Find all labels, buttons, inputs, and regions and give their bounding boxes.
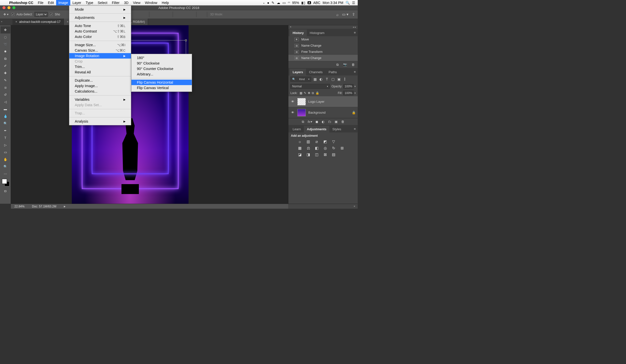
document-tab[interactable]: ×abstract-backlit-conceptual-17 — [12, 19, 64, 25]
layer-name[interactable]: Logo Layer — [308, 100, 324, 103]
move-tool[interactable]: ✥ — [0, 26, 10, 33]
tab-pull-icon[interactable]: » — [1, 20, 2, 23]
circle-status-icon[interactable]: ● — [267, 1, 269, 5]
search-icon[interactable]: ⌕ — [336, 12, 339, 17]
auto-select-dropdown[interactable]: Layer — [35, 12, 48, 17]
distribute-h-icon[interactable] — [176, 12, 180, 17]
zoom-tool[interactable]: 🔍 — [0, 163, 10, 170]
share-icon[interactable]: ⇪ — [352, 12, 355, 17]
menu-edit[interactable]: Edit — [46, 0, 56, 5]
zoom-percent[interactable]: 22.84% — [14, 205, 25, 208]
layer-mask-icon[interactable]: ◼ — [315, 120, 318, 124]
tab-history[interactable]: History — [290, 30, 307, 36]
lasso-tool[interactable]: ➰ — [0, 41, 10, 48]
submenu-item[interactable]: 90° Clockwise — [131, 61, 192, 66]
submenu-item[interactable]: Flip Canvas Horizontal — [131, 80, 192, 85]
tab-layers[interactable]: Layers — [290, 69, 306, 75]
menu-view[interactable]: View — [131, 0, 143, 5]
menu-item[interactable]: Apply Image... — [69, 83, 131, 89]
blur-tool[interactable]: 💧 — [0, 113, 10, 120]
tab-paths[interactable]: Paths — [326, 69, 340, 75]
adj-brightness-icon[interactable]: ☼ — [297, 139, 302, 144]
tab-adjustments[interactable]: Adjustments — [304, 126, 329, 132]
history-item[interactable]: ✥Move — [288, 36, 358, 42]
history-item[interactable]: ▤Name Change — [288, 42, 358, 49]
menu-help[interactable]: Help — [159, 0, 171, 5]
panel-menu-icon[interactable]: ≡ — [354, 31, 356, 34]
layer-name[interactable]: Background — [308, 111, 325, 114]
submenu-item[interactable]: Arbitrary... — [131, 71, 192, 77]
quick-select-tool[interactable]: ✸ — [0, 48, 10, 55]
brush-tool[interactable]: ✎ — [0, 77, 10, 84]
menu-type[interactable]: Type — [83, 0, 95, 5]
adj-lookup-icon[interactable]: ⊞ — [340, 146, 345, 150]
adj-invert-icon[interactable]: ◪ — [297, 152, 302, 157]
new-layer-icon[interactable]: ▣ — [335, 120, 338, 124]
adj-mixer-icon[interactable]: ↻ — [331, 146, 336, 150]
clone-stamp-tool[interactable]: ⧇ — [0, 84, 10, 91]
clock[interactable]: Mon 3:34 PM — [323, 1, 343, 5]
align-hcenter-icon[interactable] — [159, 12, 163, 17]
edit-toolbar[interactable]: ⋯ — [0, 170, 10, 177]
history-item[interactable]: ▤Free Transform — [288, 49, 358, 55]
filter-pixel-icon[interactable]: ▦ — [313, 77, 317, 81]
align-left-icon[interactable] — [152, 12, 157, 17]
menu-item[interactable]: Auto Contrast⌥⇧⌘L — [69, 29, 131, 34]
battery-icon[interactable]: ▮▯ — [301, 1, 305, 5]
minimize-window-button[interactable] — [7, 6, 10, 9]
tab-histogram[interactable]: Histogram — [307, 30, 327, 36]
layer-filter-kind[interactable]: 🔍Kind▾ — [290, 77, 311, 82]
fill-value[interactable]: 100% — [343, 91, 353, 95]
input-source-label[interactable]: ABC — [313, 1, 320, 5]
tab-channels[interactable]: Channels — [306, 69, 326, 75]
zoom-3d-icon[interactable] — [251, 12, 255, 17]
tab-learn[interactable]: Learn — [290, 126, 304, 132]
layer-fx-icon[interactable]: fx▾ — [308, 120, 312, 124]
adj-threshold-icon[interactable]: ◫ — [314, 152, 319, 157]
cloud-icon[interactable]: ☁ — [277, 1, 280, 5]
color-swatches[interactable] — [0, 177, 10, 187]
path-select-tool[interactable]: ▷ — [0, 141, 10, 149]
feather-icon[interactable]: ✎ — [272, 1, 274, 5]
battery-percent[interactable]: 95% — [292, 1, 299, 5]
menu-window[interactable]: Window — [143, 0, 159, 5]
filter-smart-icon[interactable]: ▣ — [337, 77, 341, 81]
filter-type-icon[interactable]: T — [325, 77, 329, 81]
panel-grip-icon[interactable]: ◂◂ — [353, 26, 356, 28]
menu-3d[interactable]: 3D — [122, 0, 131, 5]
marquee-tool[interactable]: ◌ — [0, 33, 10, 41]
menu-file[interactable]: File — [36, 0, 46, 5]
create-doc-from-state-icon[interactable]: ⧉ — [336, 63, 339, 67]
menu-image[interactable]: Image — [56, 0, 70, 5]
distribute-v-icon[interactable] — [182, 12, 187, 17]
layer-visibility-icon[interactable]: 👁 — [290, 100, 295, 103]
auto-align-icon[interactable] — [199, 12, 204, 17]
adj-gradient-map-icon[interactable]: ▤ — [331, 152, 336, 157]
menu-filter[interactable]: Filter — [110, 0, 122, 5]
lock-transparency-icon[interactable]: ▦ — [300, 91, 302, 95]
move-tool-icon[interactable]: ✥ ▾ — [2, 13, 9, 16]
align-right-icon[interactable] — [165, 12, 170, 17]
menu-select[interactable]: Select — [95, 0, 110, 5]
auto-select-checkbox[interactable]: ✓ — [11, 13, 14, 16]
menu-item[interactable]: Calculations... — [69, 89, 131, 94]
align-bottom-icon[interactable] — [142, 12, 146, 17]
opacity-value[interactable]: 100% — [343, 84, 353, 89]
spotlight-icon[interactable]: 🔍 — [346, 1, 350, 5]
wifi-icon[interactable]: ⌔ — [288, 1, 290, 5]
layer-thumbnail[interactable] — [297, 98, 306, 105]
adj-bw-icon[interactable]: ◧ — [314, 146, 319, 150]
history-item[interactable]: ▤Name Change — [288, 55, 358, 61]
pan-3d-icon[interactable] — [238, 12, 242, 17]
layers-panel-menu-icon[interactable]: ≡ — [354, 70, 356, 74]
close-window-button[interactable] — [2, 6, 5, 9]
input-source-badge[interactable]: A — [308, 1, 311, 4]
status-bar-menu-icon[interactable]: ▶ — [64, 205, 66, 208]
layer-item[interactable]: 👁Background🔒 — [288, 107, 358, 118]
rectangle-tool[interactable]: ▭ — [0, 149, 10, 156]
lock-position-icon[interactable]: ✥ — [308, 91, 310, 95]
adj-photo-filter-icon[interactable]: ◎ — [323, 146, 328, 150]
menu-item[interactable]: Reveal All — [69, 69, 131, 75]
layer-item[interactable]: 👁Logo Layer — [288, 96, 358, 107]
adj-curves-icon[interactable]: ⧄ — [314, 139, 319, 144]
